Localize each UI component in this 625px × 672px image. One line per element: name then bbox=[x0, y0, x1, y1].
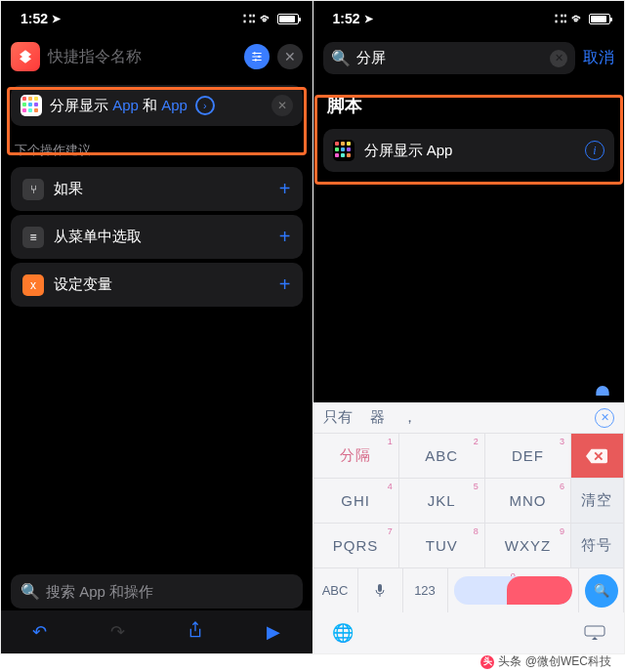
key-123[interactable]: 123 bbox=[403, 567, 448, 612]
close-candidates-icon[interactable]: ✕ bbox=[595, 408, 614, 428]
key-keyboard-toggle[interactable] bbox=[565, 612, 624, 653]
close-button[interactable]: ✕ bbox=[277, 44, 303, 69]
key-5[interactable]: 5JKL bbox=[399, 478, 485, 523]
shortcut-name-field[interactable]: 快捷指令名称 bbox=[48, 47, 236, 67]
search-header: 🔍 分屏 ✕ 取消 bbox=[313, 36, 625, 80]
grid-icon bbox=[21, 95, 42, 116]
run-button[interactable]: ▶ bbox=[254, 621, 293, 643]
right-screenshot: 1:52➤ ∷∶ᯤ 🔍 分屏 ✕ 取消 脚本 分屏显示 App i 只有 bbox=[313, 1, 625, 653]
status-bar: 1:52➤ ∷∶ ᯤ bbox=[1, 1, 312, 36]
undo-button[interactable]: ↶ bbox=[21, 621, 60, 643]
candidate[interactable]: 器 bbox=[370, 408, 385, 427]
key-mic[interactable] bbox=[358, 567, 403, 612]
key-4[interactable]: 4GHI bbox=[313, 478, 399, 523]
search-box[interactable]: 🔍 分屏 ✕ bbox=[323, 42, 576, 74]
action-split-screen[interactable]: 分屏显示 App 和 App › ✕ bbox=[11, 85, 303, 126]
status-bar: 1:52➤ ∷∶ᯤ bbox=[313, 1, 625, 36]
key-1[interactable]: 1分隔 bbox=[313, 433, 399, 478]
status-time: 1:52 bbox=[21, 11, 48, 26]
svg-point-2 bbox=[254, 59, 256, 61]
expand-icon[interactable]: › bbox=[195, 96, 215, 115]
plus-icon[interactable]: + bbox=[279, 178, 291, 200]
key-clear[interactable]: 清空 bbox=[571, 478, 624, 523]
shortcuts-app-icon bbox=[11, 42, 40, 71]
search-icon: 🔍 bbox=[585, 574, 618, 608]
cancel-button[interactable]: 取消 bbox=[583, 48, 614, 68]
key-abc[interactable]: ABC bbox=[313, 567, 358, 612]
delete-action-button[interactable]: ✕ bbox=[271, 95, 293, 116]
key-space[interactable]: 0 bbox=[448, 567, 580, 612]
key-spacebar-area[interactable] bbox=[372, 612, 566, 653]
key-9[interactable]: 9WXYZ bbox=[485, 523, 571, 567]
status-time: 1:52 bbox=[333, 11, 360, 26]
settings-button[interactable] bbox=[244, 44, 270, 69]
variable-icon: x bbox=[22, 274, 44, 296]
search-text[interactable]: 分屏 bbox=[356, 49, 545, 67]
caption: 头 头条 @微创WEC科技 bbox=[480, 653, 611, 670]
branch-icon: ⑂ bbox=[22, 179, 44, 200]
candidate[interactable]: 只有 bbox=[323, 408, 353, 427]
action-text: 分屏显示 App 和 App bbox=[50, 97, 188, 115]
candidate[interactable]: ， bbox=[402, 408, 417, 427]
search-input[interactable] bbox=[46, 583, 293, 600]
location-icon: ➤ bbox=[52, 13, 61, 25]
plus-icon[interactable]: + bbox=[279, 226, 291, 248]
bottom-toolbar: ↶ ↷ ▶ bbox=[1, 610, 312, 653]
candidate-bar: 只有 器 ， ✕ bbox=[313, 402, 625, 433]
key-search[interactable]: 🔍 bbox=[579, 567, 624, 612]
list-icon: ≡ bbox=[22, 227, 44, 248]
grid-icon bbox=[333, 140, 354, 161]
key-6[interactable]: 6MNO bbox=[485, 478, 571, 523]
suggestion-if[interactable]: ⑂ 如果 + bbox=[11, 167, 303, 211]
share-button[interactable] bbox=[176, 620, 215, 645]
key-2[interactable]: 2ABC bbox=[399, 433, 485, 478]
clear-icon[interactable]: ✕ bbox=[550, 50, 567, 67]
key-symbols[interactable]: 符号 bbox=[571, 523, 624, 567]
left-screenshot: 1:52➤ ∷∶ ᯤ 快捷指令名称 ✕ 分屏显示 App 和 App bbox=[1, 1, 312, 653]
result-label: 分屏显示 App bbox=[364, 142, 576, 160]
search-icon: 🔍 bbox=[331, 49, 351, 67]
search-bar[interactable]: 🔍 bbox=[11, 574, 303, 609]
svg-rect-3 bbox=[378, 584, 382, 592]
keyboard: 只有 器 ， ✕ 1分隔 2ABC 3DEF 4GHI 5JKL 6MNO 清空… bbox=[313, 402, 625, 653]
key-7[interactable]: 7PQRS bbox=[313, 523, 399, 567]
shortcut-header: 快捷指令名称 ✕ bbox=[1, 36, 312, 77]
redo-button[interactable]: ↷ bbox=[98, 621, 137, 643]
suggestion-menu[interactable]: ≡ 从菜单中选取 + bbox=[11, 215, 303, 259]
svg-rect-4 bbox=[585, 626, 604, 636]
svg-point-0 bbox=[253, 52, 255, 54]
suggestion-setvar[interactable]: x 设定变量 + bbox=[11, 263, 303, 307]
result-split-screen[interactable]: 分屏显示 App i bbox=[323, 129, 615, 172]
assistant-icon bbox=[593, 381, 612, 400]
info-icon[interactable]: i bbox=[585, 141, 604, 160]
status-right: ∷∶ ᯤ bbox=[243, 11, 299, 26]
category-label: 脚本 bbox=[313, 80, 625, 125]
svg-point-1 bbox=[258, 56, 260, 58]
status-right: ∷∶ᯤ bbox=[555, 11, 610, 26]
search-icon: 🔍 bbox=[21, 582, 40, 601]
suggestions-label: 下个操作建议 bbox=[1, 134, 312, 163]
key-globe[interactable]: 🌐 bbox=[313, 612, 372, 653]
toutiao-icon: 头 bbox=[480, 655, 494, 669]
plus-icon[interactable]: + bbox=[279, 273, 291, 296]
key-3[interactable]: 3DEF bbox=[485, 433, 571, 478]
location-icon: ➤ bbox=[364, 13, 373, 25]
key-8[interactable]: 8TUV bbox=[399, 523, 485, 567]
key-delete[interactable] bbox=[571, 433, 624, 478]
